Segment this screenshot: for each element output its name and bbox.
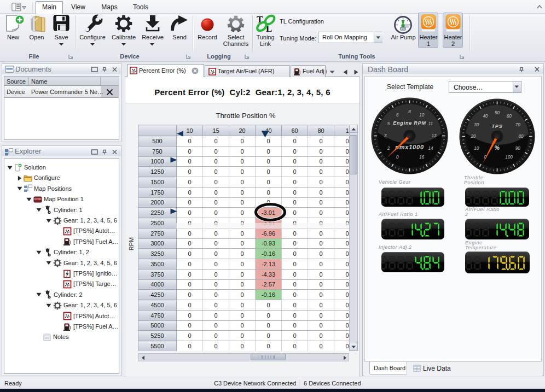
svg-text:80: 80 [518, 134, 524, 139]
svg-text:3: 3 [384, 133, 387, 138]
svg-text:70: 70 [515, 122, 521, 127]
svg-text:100: 100 [505, 155, 513, 160]
svg-text:60: 60 [507, 114, 512, 119]
svg-text:14: 14 [428, 146, 433, 151]
svg-text:90: 90 [515, 146, 521, 151]
svg-text:13: 13 [431, 133, 437, 138]
svg-text:8: 8 [408, 109, 411, 114]
svg-text:DYNO: DYNO [34, 197, 42, 200]
svg-text:20: 20 [470, 134, 476, 139]
svg-text:10: 10 [419, 113, 425, 118]
svg-text:16: 16 [419, 155, 425, 160]
svg-text:40: 40 [483, 114, 488, 119]
svg-text:%: % [494, 144, 500, 151]
svg-text:10: 10 [474, 146, 479, 151]
svg-text:PSI: PSI [401, 27, 405, 31]
svg-text:5: 5 [387, 121, 390, 126]
svg-text:6: 6 [396, 113, 399, 118]
svg-text:TPS: TPS [492, 124, 503, 129]
svg-text:Engine RPM: Engine RPM [393, 120, 426, 126]
svg-text:50: 50 [495, 110, 500, 115]
svg-text:2: 2 [387, 146, 390, 151]
svg-text:0: 0 [396, 155, 399, 160]
svg-text:30: 30 [474, 122, 479, 127]
svg-text:11: 11 [428, 121, 433, 126]
